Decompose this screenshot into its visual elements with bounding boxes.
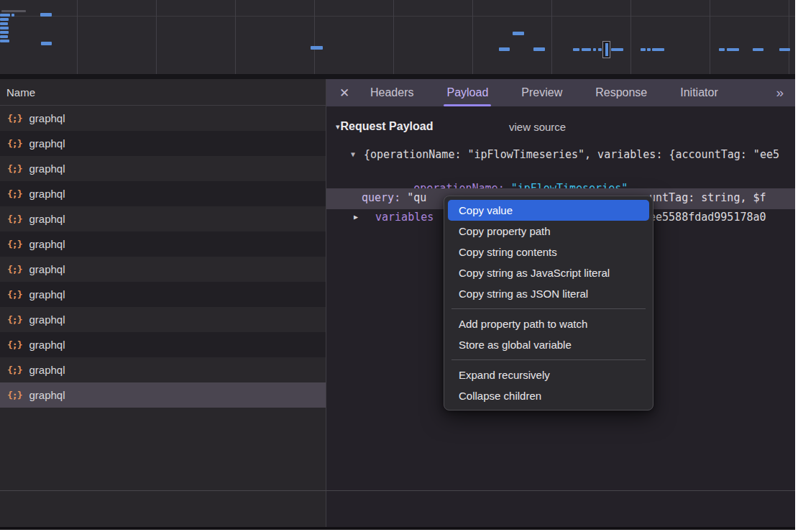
payload-root-preview: {operationName: "ipFlowTimeseries", vari… <box>364 148 779 161</box>
request-name: graphql <box>29 263 65 275</box>
request-name: graphql <box>29 339 65 351</box>
request-timing-bar <box>513 32 524 35</box>
devtools-network-panel: Name {;}graphql{;}graphql{;}graphql{;}gr… <box>0 0 795 530</box>
menu-separator <box>451 308 646 309</box>
overview-gridline <box>789 0 789 74</box>
property-key: variables <box>375 211 434 224</box>
overview-gridline <box>630 0 631 74</box>
context-menu-item-copy-value[interactable]: Copy value <box>448 200 649 221</box>
context-menu-item-collapse-children[interactable]: Collapse children <box>444 385 653 406</box>
close-icon[interactable]: ✕ <box>336 86 353 101</box>
request-timing-bar <box>12 14 14 17</box>
requests-panel: Name {;}graphql{;}graphql{;}graphql{;}gr… <box>0 79 326 527</box>
request-row[interactable]: {;}graphql <box>0 282 326 307</box>
request-timing-bar <box>641 48 646 51</box>
collapsed-arrow-icon[interactable]: ▶ <box>354 213 358 221</box>
request-name: graphql <box>29 188 65 200</box>
request-row[interactable]: {;}graphql <box>0 106 326 131</box>
overview-gridline <box>710 0 710 74</box>
request-payload-section[interactable]: ▾ Request Payload <box>336 120 433 133</box>
request-timing-bar <box>41 42 52 45</box>
horizontal-separator <box>0 490 795 491</box>
context-menu-item-expand-recursively[interactable]: Expand recursively <box>444 364 653 385</box>
network-overview[interactable] <box>0 0 795 74</box>
request-row[interactable]: {;}graphql <box>0 357 326 382</box>
request-timing-bar <box>0 40 9 42</box>
json-request-icon: {;} <box>7 364 22 375</box>
screenshot-stage: Name {;}graphql{;}graphql{;}graphql{;}gr… <box>0 0 798 532</box>
overview-gridline <box>393 0 394 74</box>
detail-tabbar: ✕ HeadersPayloadPreviewResponseInitiator… <box>326 79 795 106</box>
request-name: graphql <box>29 288 65 301</box>
name-column-header[interactable]: Name <box>0 79 326 106</box>
tab-payload[interactable]: Payload <box>446 79 488 106</box>
request-row[interactable]: {;}graphql <box>0 206 326 231</box>
context-menu-item-copy-property-path[interactable]: Copy property path <box>444 221 653 242</box>
request-row[interactable]: {;}graphql <box>0 156 326 181</box>
operation-name-row[interactable]: operationName: "ipFlowTimeseries" <box>362 169 628 186</box>
json-request-icon: {;} <box>7 264 22 275</box>
request-timing-bar <box>753 48 763 51</box>
section-title: Request Payload <box>341 120 434 133</box>
tab-headers[interactable]: Headers <box>370 79 413 106</box>
request-timing-bar <box>0 22 8 25</box>
request-row[interactable]: {;}graphql <box>0 181 326 206</box>
request-row[interactable]: {;}graphql <box>0 131 326 156</box>
property-value-continued: ee5588fdad995178a0 <box>649 211 766 224</box>
tab-response[interactable]: Response <box>595 79 647 106</box>
detail-tabs: HeadersPayloadPreviewResponseInitiator <box>370 79 718 106</box>
request-row[interactable]: {;}graphql <box>0 231 326 257</box>
context-menu-item-copy-string-as-javascript-literal[interactable]: Copy string as JavaScript literal <box>444 262 653 283</box>
payload-root-row[interactable]: ▼ {operationName: "ipFlowTimeseries", va… <box>326 147 795 165</box>
overview-baseline <box>0 16 795 17</box>
overview-gridline <box>235 0 236 74</box>
overview-hover-marker[interactable] <box>602 41 610 58</box>
json-request-icon: {;} <box>7 214 22 224</box>
overview-gridline <box>77 0 78 74</box>
context-menu-item-add-property-path-to-watch[interactable]: Add property path to watch <box>444 313 653 334</box>
view-source-link[interactable]: view source <box>509 121 566 133</box>
overview-gridline <box>314 0 315 74</box>
request-timing-bar <box>593 48 596 51</box>
request-timing-bar <box>779 48 790 51</box>
menu-separator <box>451 359 646 360</box>
request-row[interactable]: {;}graphql <box>0 307 326 332</box>
request-timing-bar <box>0 27 9 29</box>
expanded-arrow-icon[interactable]: ▼ <box>351 150 355 158</box>
json-request-icon: {;} <box>7 390 22 400</box>
tab-preview[interactable]: Preview <box>521 79 562 106</box>
json-request-icon: {;} <box>7 188 22 199</box>
context-menu-item-store-as-global-variable[interactable]: Store as global variable <box>444 334 653 355</box>
context-menu-item-copy-string-as-json-literal[interactable]: Copy string as JSON literal <box>444 283 653 304</box>
request-timing-bar <box>533 47 545 51</box>
request-timing-bar <box>611 48 623 51</box>
json-request-icon: {;} <box>7 339 22 350</box>
more-tabs-icon[interactable]: » <box>776 85 782 101</box>
request-timing-bar <box>647 48 651 51</box>
request-timing-bar <box>0 14 10 17</box>
request-name: graphql <box>29 162 65 175</box>
bottom-edge-bar <box>0 527 795 530</box>
request-row[interactable]: {;}graphql <box>0 257 326 282</box>
property-key: query: <box>362 191 400 204</box>
request-name: graphql <box>29 213 65 225</box>
request-timing-bar <box>1 10 26 12</box>
request-name: graphql <box>29 112 65 124</box>
request-timing-bar <box>311 46 323 50</box>
json-request-icon: {;} <box>7 163 22 174</box>
request-row[interactable]: {;}graphql <box>0 382 326 408</box>
request-row[interactable]: {;}graphql <box>0 332 326 357</box>
property-value-continued: untTag: string, $f <box>649 191 766 204</box>
tab-initiator[interactable]: Initiator <box>680 79 717 106</box>
request-name: graphql <box>29 389 65 401</box>
overview-bottom-gap <box>0 74 795 79</box>
request-timing-bar <box>499 47 510 51</box>
overview-gridline <box>156 0 157 74</box>
request-timing-bar <box>0 31 9 34</box>
request-timing-bar <box>727 48 739 51</box>
context-menu-item-copy-string-contents[interactable]: Copy string contents <box>444 242 653 262</box>
request-timing-bar <box>598 48 602 51</box>
request-name: graphql <box>29 137 65 150</box>
request-name: graphql <box>29 313 65 326</box>
marker-timing-bar <box>605 43 608 56</box>
